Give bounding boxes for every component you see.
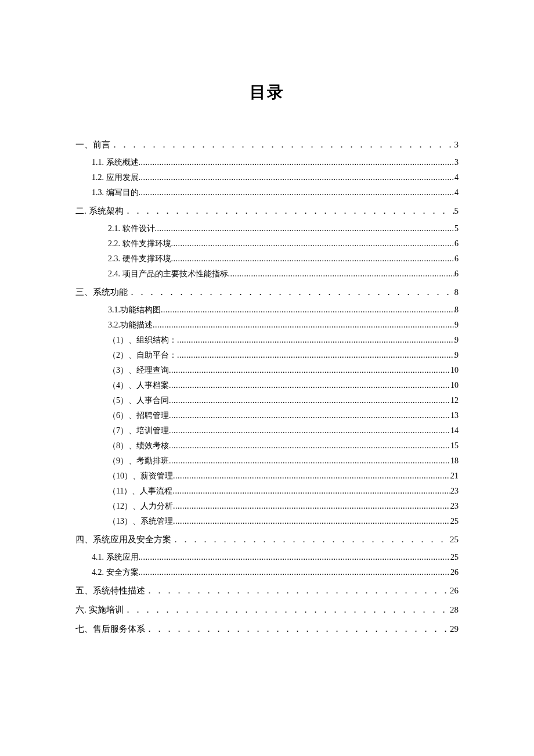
toc-label: （6）、招聘管理: [108, 408, 169, 423]
toc-page-number: 23: [450, 499, 459, 514]
toc-leader-dots: ........................................…: [139, 155, 455, 170]
toc-label: 四、系统应用及安全方案: [75, 531, 171, 548]
toc-leader-dots: ．．．．．．．．．．．．．．．．．．．．．．．．．．．．．．．．．．．．．．．．…: [124, 202, 454, 219]
toc-label: 一、前言: [75, 136, 110, 153]
toc-entry[interactable]: （4）、人事档案................................…: [75, 378, 459, 393]
toc-page-number: 12: [450, 393, 459, 408]
toc-entry[interactable]: 五、系统特性描述．．．．．．．．．．．．．．．．．．．．．．．．．．．．．．．．…: [75, 582, 459, 599]
toc-entry[interactable]: 3.2.功能描述................................…: [75, 318, 459, 333]
toc-page-number: 5: [454, 202, 459, 219]
toc-entry[interactable]: 一、前言．．．．．．．．．．．．．．．．．．．．．．．．．．．．．．．．．．．．…: [75, 136, 459, 153]
toc-container: 一、前言．．．．．．．．．．．．．．．．．．．．．．．．．．．．．．．．．．．．…: [75, 136, 459, 638]
toc-leader-dots: ........................................…: [177, 333, 454, 348]
toc-label: （1）、组织结构：: [108, 333, 177, 348]
toc-leader-dots: ........................................…: [169, 408, 450, 423]
toc-label: （4）、人事档案: [108, 378, 169, 393]
toc-page-number: 25: [450, 514, 459, 529]
toc-page-number: 21: [450, 469, 459, 484]
toc-page-number: 10: [450, 363, 459, 378]
toc-page-number: 6: [454, 251, 459, 267]
toc-entry[interactable]: （3）、经理查询................................…: [75, 363, 459, 378]
toc-leader-dots: ........................................…: [173, 514, 450, 529]
toc-entry[interactable]: （5）、人事合同................................…: [75, 393, 459, 408]
toc-page-number: 9: [454, 318, 459, 333]
toc-page-number: 25: [450, 550, 459, 565]
toc-page-number: 8: [454, 283, 459, 301]
toc-leader-dots: ........................................…: [139, 565, 451, 580]
toc-entry[interactable]: （2）、自助平台：...............................…: [75, 348, 459, 363]
doc-title: 目录: [75, 81, 459, 103]
toc-label: 2.4. 项目产品的主要技术性能指标: [108, 267, 228, 282]
toc-entry[interactable]: （9）、考勤排班................................…: [75, 453, 459, 469]
toc-leader-dots: ．．．．．．．．．．．．．．．．．．．．．．．．．．．．．．．．．．．．．．．．…: [128, 283, 454, 301]
toc-page-number: 9: [454, 333, 459, 348]
toc-label: 五、系统特性描述: [75, 582, 145, 599]
toc-entry[interactable]: 1.3. 编写目的...............................…: [75, 185, 459, 200]
toc-entry[interactable]: 3.1.功能结构图...............................…: [75, 303, 459, 318]
toc-entry[interactable]: 2.4. 项目产品的主要技术性能指标......................…: [75, 267, 459, 282]
toc-label: 1.3. 编写目的: [92, 185, 139, 200]
toc-leader-dots: ........................................…: [172, 484, 450, 499]
toc-entry[interactable]: （10）、薪资管理...............................…: [75, 469, 459, 484]
toc-page-number: 4: [454, 185, 459, 200]
toc-leader-dots: ．．．．．．．．．．．．．．．．．．．．．．．．．．．．．．．．．．．．．．．．…: [124, 601, 450, 618]
toc-leader-dots: ．．．．．．．．．．．．．．．．．．．．．．．．．．．．．．．．．．．．．．．．…: [145, 582, 450, 599]
toc-entry[interactable]: 2.1. 软件设计...............................…: [75, 221, 459, 236]
toc-entry[interactable]: （13）、系统管理...............................…: [75, 514, 459, 529]
toc-entry[interactable]: （11）、人事流程...............................…: [75, 484, 459, 499]
toc-leader-dots: ........................................…: [139, 170, 455, 185]
toc-page-number: 26: [450, 565, 459, 580]
toc-page-number: 6: [454, 267, 459, 282]
toc-page-number: 23: [450, 484, 459, 499]
toc-page-number: 5: [454, 221, 459, 236]
toc-page-number: 14: [450, 423, 459, 438]
toc-leader-dots: ........................................…: [169, 378, 450, 393]
toc-page-number: 18: [450, 453, 459, 469]
toc-label: （8）、绩效考核: [108, 438, 169, 453]
toc-entry[interactable]: 2.2. 软件支撑环境.............................…: [75, 236, 459, 251]
toc-label: （13）、系统管理: [108, 514, 173, 529]
toc-label: 4.2. 安全方案: [92, 565, 139, 580]
toc-page-number: 3: [454, 155, 459, 170]
toc-entry[interactable]: 七、售后服务体系．．．．．．．．．．．．．．．．．．．．．．．．．．．．．．．．…: [75, 620, 459, 638]
toc-label: 七、售后服务体系: [75, 620, 145, 638]
toc-entry[interactable]: 六. 实施培训．．．．．．．．．．．．．．．．．．．．．．．．．．．．．．．．．…: [75, 601, 459, 618]
toc-label: 1.2. 应用发展: [92, 170, 139, 185]
toc-page-number: 10: [450, 378, 459, 393]
toc-label: 3.1.功能结构图: [108, 303, 161, 318]
toc-leader-dots: ........................................…: [171, 251, 455, 267]
toc-entry[interactable]: 三、系统功能．．．．．．．．．．．．．．．．．．．．．．．．．．．．．．．．．．…: [75, 283, 459, 301]
toc-entry[interactable]: （8）、绩效考核................................…: [75, 438, 459, 453]
toc-label: 2.2. 软件支撑环境: [108, 236, 171, 251]
toc-leader-dots: ........................................…: [139, 185, 455, 200]
toc-label: （3）、经理查询: [108, 363, 169, 378]
toc-label: 1.1. 系统概述: [92, 155, 139, 170]
toc-entry[interactable]: 1.1. 系统概述...............................…: [75, 155, 459, 170]
toc-entry[interactable]: 4.2. 安全方案...............................…: [75, 565, 459, 580]
toc-entry[interactable]: 4.1. 系统应用...............................…: [75, 550, 459, 565]
toc-label: 4.1. 系统应用: [92, 550, 139, 565]
toc-entry[interactable]: 二. 系统架构．．．．．．．．．．．．．．．．．．．．．．．．．．．．．．．．．…: [75, 202, 459, 219]
toc-leader-dots: ．．．．．．．．．．．．．．．．．．．．．．．．．．．．．．．．．．．．．．．．…: [145, 620, 450, 638]
toc-label: （11）、人事流程: [108, 484, 172, 499]
toc-label: （5）、人事合同: [108, 393, 169, 408]
toc-page-number: 25: [450, 531, 459, 548]
toc-leader-dots: ........................................…: [153, 318, 454, 333]
toc-leader-dots: ........................................…: [139, 550, 451, 565]
toc-entry[interactable]: （1）、组织结构：...............................…: [75, 333, 459, 348]
toc-entry[interactable]: （7）、培训管理................................…: [75, 423, 459, 438]
toc-leader-dots: ........................................…: [169, 363, 450, 378]
toc-entry[interactable]: 2.3. 硬件支撑环境.............................…: [75, 251, 459, 267]
toc-leader-dots: ........................................…: [173, 469, 450, 484]
toc-label: 三、系统功能: [75, 283, 128, 301]
toc-entry[interactable]: （6）、招聘管理................................…: [75, 408, 459, 423]
toc-page-number: 15: [450, 438, 459, 453]
toc-label: 六. 实施培训: [75, 601, 124, 618]
toc-entry[interactable]: 四、系统应用及安全方案．．．．．．．．．．．．．．．．．．．．．．．．．．．．．…: [75, 531, 459, 548]
toc-entry[interactable]: 1.2. 应用发展...............................…: [75, 170, 459, 185]
toc-label: 2.3. 硬件支撑环境: [108, 251, 171, 267]
toc-leader-dots: ........................................…: [169, 453, 450, 469]
toc-entry[interactable]: （12）、人力分析...............................…: [75, 499, 459, 514]
toc-leader-dots: ........................................…: [169, 438, 450, 453]
toc-label: （2）、自助平台：: [108, 348, 177, 363]
